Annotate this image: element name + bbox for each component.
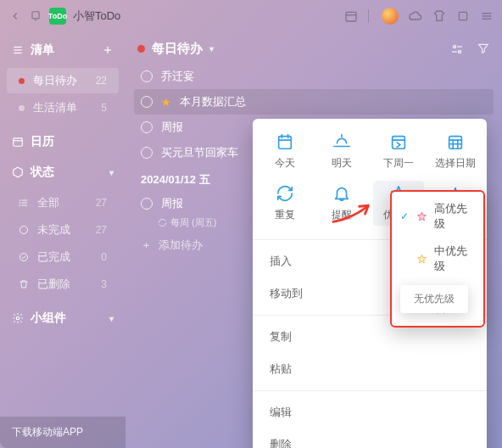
svg-rect-4 [459, 12, 466, 20]
sidebar-item-label: 生活清单 [33, 100, 101, 115]
list-icon [19, 198, 31, 208]
menu-cell-calendar-grid[interactable]: 选择日期 [430, 129, 481, 174]
svg-marker-44 [418, 255, 427, 263]
circle-icon [19, 225, 31, 235]
sidebar-item-label: 每日待办 [33, 73, 96, 88]
menu-item[interactable]: 删除 [253, 428, 487, 448]
skin-icon[interactable] [432, 9, 446, 23]
sidebar-item-label: 未完成 [37, 222, 96, 238]
chevron-down-icon: ▾ [109, 314, 114, 323]
list-title-text: 每日待办 [152, 41, 203, 57]
svg-rect-36 [449, 137, 461, 149]
sidebar: 清单 每日待办 22 生活清单 5 日历 状态 ▾ 全部 27 未完成 [0, 32, 126, 448]
calendar-icon [276, 132, 294, 151]
sidebar-item-all[interactable]: 全部 27 [7, 190, 119, 216]
filter-icon[interactable] [477, 42, 490, 57]
menu-cell-calendar[interactable]: 今天 [259, 129, 310, 174]
sidebar-item-count: 5 [101, 102, 107, 114]
menu-cell-calendar-next[interactable]: 下周一 [373, 129, 424, 174]
task-row[interactable]: ★本月数据汇总 [134, 89, 494, 115]
svg-point-26 [459, 50, 461, 53]
menu-cell-sunrise[interactable]: 明天 [316, 129, 367, 174]
plus-icon: ＋ [141, 238, 152, 253]
checkbox-icon[interactable] [141, 96, 153, 108]
avatar[interactable] [382, 8, 399, 25]
divider [368, 9, 371, 23]
back-icon[interactable] [8, 9, 22, 23]
add-task-label: 添加待办 [159, 238, 203, 253]
checkbox-icon[interactable] [141, 70, 153, 82]
window-icon[interactable] [456, 9, 470, 23]
sidebar-item-life[interactable]: 生活清单 5 [7, 95, 119, 120]
app-logo: ToDo [49, 8, 66, 25]
section-label: 状态 [31, 165, 54, 180]
svg-point-22 [20, 254, 28, 261]
check-icon: ✓ [400, 210, 410, 222]
menu-icon[interactable] [480, 9, 494, 23]
svg-rect-28 [278, 137, 291, 149]
checkbox-icon[interactable] [141, 147, 153, 159]
sidebar-item-label: 已删除 [37, 277, 101, 292]
star-icon [416, 253, 427, 265]
svg-rect-13 [14, 138, 23, 146]
section-label: 日历 [31, 134, 54, 149]
menu-cell-label: 提醒 [332, 208, 352, 222]
checkbox-icon[interactable] [141, 198, 153, 210]
sidebar-item-daily[interactable]: 每日待办 22 [7, 68, 119, 93]
priority-option[interactable]: ✓高优先级 [392, 195, 483, 238]
chevron-down-icon: ▾ [209, 44, 214, 53]
sunrise-icon [332, 132, 351, 151]
svg-point-18 [20, 200, 20, 201]
titlebar: ToDo 小智ToDo [0, 0, 502, 32]
star-icon: ★ [161, 96, 171, 109]
task-row[interactable]: 乔迁宴 [137, 64, 490, 89]
menu-cell-bell[interactable]: 提醒 [316, 181, 367, 226]
sidebar-item-incomplete[interactable]: 未完成 27 [7, 217, 119, 243]
cloud-icon[interactable] [409, 9, 422, 23]
sidebar-section-lists[interactable]: 清单 [0, 36, 126, 66]
sort-icon[interactable] [449, 42, 465, 57]
sidebar-section-status[interactable]: 状态 ▾ [0, 158, 126, 188]
chevron-down-icon: ▾ [109, 168, 114, 177]
sidebar-section-widgets[interactable]: 小组件 ▾ [0, 304, 126, 334]
sidebar-item-deleted[interactable]: 已删除 3 [7, 272, 119, 297]
menu-cell-repeat[interactable]: 重复 [259, 181, 310, 226]
checkbox-icon[interactable] [141, 121, 153, 133]
trash-icon [19, 279, 31, 289]
add-list-icon[interactable] [102, 44, 114, 56]
calendar-dropdown-icon[interactable] [344, 9, 358, 23]
calendar-next-icon [389, 132, 408, 151]
menu-item[interactable]: 编辑 [253, 396, 487, 428]
priority-option[interactable]: 中优先级 [392, 238, 483, 280]
download-app-link[interactable]: 下载移动端APP [0, 417, 126, 448]
menu-item[interactable]: 粘贴 [253, 353, 487, 385]
app-name: 小智ToDo [73, 8, 120, 24]
menu-cell-label: 明天 [332, 156, 352, 171]
svg-point-19 [20, 203, 20, 204]
section-label: 清单 [31, 42, 54, 58]
svg-point-21 [20, 227, 28, 234]
pin-icon[interactable] [29, 9, 42, 23]
sidebar-item-complete[interactable]: 已完成 0 [7, 244, 119, 270]
priority-label: 中优先级 [434, 244, 475, 274]
section-label: 小组件 [31, 311, 66, 326]
dot-icon [137, 45, 145, 53]
menu-cell-label: 选择日期 [435, 156, 476, 171]
priority-none[interactable]: 无优先级 [400, 285, 468, 313]
svg-rect-2 [346, 12, 356, 21]
sidebar-item-count: 0 [101, 251, 107, 263]
sidebar-item-label: 全部 [37, 195, 96, 210]
menu-cell-label: 重复 [275, 208, 295, 222]
svg-marker-43 [418, 212, 427, 221]
dot-icon [19, 78, 25, 84]
svg-rect-0 [32, 12, 39, 19]
svg-point-23 [16, 316, 20, 320]
menu-cell-label: 下周一 [383, 156, 414, 171]
list-title[interactable]: 每日待办 ▾ [137, 41, 214, 57]
sidebar-item-count: 3 [101, 278, 107, 290]
svg-point-24 [454, 45, 456, 48]
sidebar-section-calendar[interactable]: 日历 [0, 127, 126, 158]
task-label: 买元旦节回家车 [161, 145, 238, 160]
task-label: 周报 [161, 196, 183, 211]
task-label: 乔迁宴 [161, 69, 194, 84]
